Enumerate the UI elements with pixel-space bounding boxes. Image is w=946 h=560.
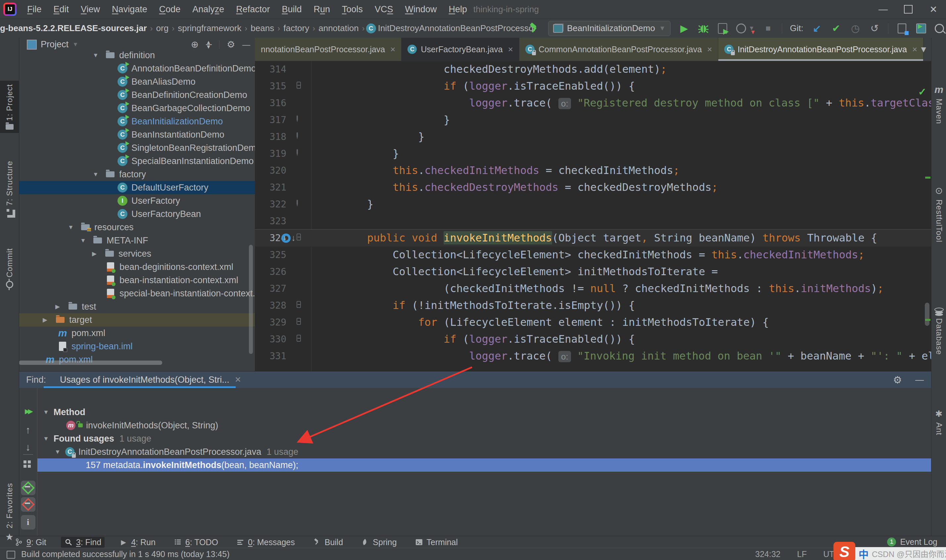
collapse-arrow-icon[interactable]: ▼ [43, 435, 49, 442]
line-number[interactable]: 326 [255, 263, 286, 280]
line-number[interactable]: 325 [255, 246, 286, 263]
build-hammer-icon[interactable] [528, 22, 540, 35]
find-usage-row[interactable]: 157 metadata.invokeInitMethods(bean, bea… [37, 458, 931, 472]
collapse-arrow-icon[interactable]: ▼ [55, 449, 60, 455]
toolwindow-button-find[interactable]: 3: Find [61, 537, 105, 548]
tree-item-special-bean-instantiation-context.xml[interactable]: special-bean-instantiation-context.xml [19, 287, 255, 300]
toolwindow-toggle-icon[interactable] [7, 551, 15, 558]
line-number[interactable]: 322 [255, 196, 286, 213]
code-line-314[interactable]: 314 checkedDestroyMethods.add(element); [255, 61, 931, 78]
line-number[interactable]: 321 [255, 179, 286, 196]
fold-start-icon[interactable]: − [297, 234, 301, 240]
tree-item-spring-bean.iml[interactable]: spring-bean.iml [19, 340, 255, 353]
close-button[interactable]: ✕ [921, 0, 946, 18]
fold-end-icon[interactable] [297, 133, 298, 139]
tool-stripe-maven[interactable]: mMaven [931, 84, 946, 124]
find-file-item[interactable]: ▼CInitDestroyAnnotationBeanPostProcessor… [37, 445, 931, 458]
tree-item-beanaliasdemo[interactable]: CBeanAliasDemo [19, 75, 255, 88]
find-method-item[interactable]: minvokeInitMethods(Object, String) [37, 419, 931, 432]
code-line-315[interactable]: 315− if (logger.isTraceEnabled()) { [255, 78, 931, 95]
collapse-arrow-icon[interactable]: ▼ [80, 237, 86, 244]
code-line-317[interactable]: 317 } [255, 111, 931, 128]
menu-file[interactable]: File [22, 3, 47, 16]
minimize-button[interactable]: — [871, 0, 896, 18]
fold-start-icon[interactable]: − [297, 335, 301, 342]
previous-occurrence-icon[interactable]: ↑ [19, 425, 37, 435]
fold-end-icon[interactable] [297, 116, 298, 122]
code-line-316[interactable]: 316 logger.trace( o: "Registered destroy… [255, 95, 931, 111]
line-number[interactable]: 318 [255, 128, 286, 145]
menu-build[interactable]: Build [276, 3, 307, 16]
line-number[interactable]: 323 [255, 213, 286, 229]
recent-files-icon[interactable] [896, 22, 907, 35]
line-number[interactable]: 327 [255, 280, 286, 297]
run-configuration-select[interactable]: BeanInitializationDemo ▼ [548, 21, 670, 36]
line-number[interactable]: 329 [255, 314, 286, 331]
tree-item-singletonbeanregistrationdemo[interactable]: CSingletonBeanRegistrationDemo [19, 141, 255, 154]
close-icon[interactable]: × [707, 44, 712, 55]
menu-window[interactable]: Window [400, 3, 442, 16]
info-icon[interactable]: i [19, 515, 37, 529]
find-group-method[interactable]: ▼Method [37, 406, 931, 419]
close-icon[interactable]: × [390, 44, 395, 55]
toolwindow-button-spring[interactable]: Spring [357, 537, 400, 548]
line-number[interactable]: 331 [255, 348, 286, 365]
stop-button[interactable]: ■ [763, 22, 774, 35]
line-number[interactable]: 320 [255, 162, 286, 179]
code-line-326[interactable]: 326 Collection<LifecycleElement> initMet… [255, 263, 931, 280]
hidden-tabs-chevron-icon[interactable]: ▼ [919, 38, 928, 61]
fold-start-icon[interactable]: − [297, 302, 301, 308]
breadcrumb-item[interactable]: g-beans-5.2.2.RELEASE-sources.jar [0, 23, 147, 34]
breadcrumb-item[interactable]: beans [251, 23, 274, 34]
tree-item-userfactory[interactable]: IUserFactory [19, 194, 255, 208]
close-icon[interactable]: × [508, 44, 513, 55]
menu-edit[interactable]: Edit [48, 3, 74, 16]
tree-item-beandefinitioncreationdemo[interactable]: CBeanDefinitionCreationDemo [19, 88, 255, 102]
expand-arrow-icon[interactable]: ▶ [92, 250, 97, 257]
collapse-arrow-icon[interactable]: ▼ [93, 52, 99, 59]
toolwindow-button-build[interactable]: Build [310, 537, 347, 548]
menu-code[interactable]: Code [154, 3, 186, 16]
run-with-coverage-icon[interactable]: ▶ [717, 22, 728, 35]
code-line-318[interactable]: 318 } [255, 128, 931, 145]
toolwindow-button-run[interactable]: ▶4: Run [116, 537, 159, 548]
tree-item-annotationbeandefinitiondemo[interactable]: CAnnotationBeanDefinitionDemo [19, 62, 255, 75]
tool-stripe--structure[interactable]: 7: Structure [0, 161, 19, 215]
code-line-329[interactable]: 329− for (LifecycleElement element : ini… [255, 314, 931, 331]
tree-item-specialbeaninstantiationdemo[interactable]: CSpecialBeanInstantiationDemo [19, 154, 255, 168]
tree-item-bean-deginitions-context.xml[interactable]: bean-deginitions-context.xml [19, 260, 255, 274]
editor-vertical-scrollbar[interactable] [925, 303, 929, 326]
tool-stripe--favorites[interactable]: 2: Favorites★ [0, 483, 19, 543]
tree-item-beangarbagecollectiondemo[interactable]: CBeanGarbageCollectionDemo [19, 102, 255, 115]
code-line-327[interactable]: 327 (checkedInitMethods != null ? checke… [255, 280, 931, 297]
collapse-arrow-icon[interactable]: ▼ [43, 409, 49, 416]
line-ending[interactable]: LF [797, 549, 807, 559]
menu-run[interactable]: Run [308, 3, 335, 16]
history-clock-icon[interactable]: ◷ [850, 22, 861, 35]
code-line-321[interactable]: 321 this.checkedDestroyMethods = checked… [255, 179, 931, 196]
tree-item-services[interactable]: ▶services [19, 247, 255, 260]
toolwindow-button-todo[interactable]: 6: TODO [170, 537, 222, 548]
group-by-icon[interactable] [19, 463, 37, 466]
menu-refactor[interactable]: Refactor [231, 3, 275, 16]
menu-help[interactable]: Help [444, 3, 473, 16]
collapse-arrow-icon[interactable]: ▼ [68, 224, 74, 231]
collapse-arrow-icon[interactable]: ▼ [93, 171, 99, 178]
fold-end-icon[interactable] [297, 150, 298, 156]
toolwindow-button-terminal[interactable]: Terminal [411, 537, 461, 548]
tool-stripe-ant[interactable]: ✱Ant [931, 409, 946, 435]
line-number[interactable]: 328 [255, 297, 286, 314]
close-icon[interactable]: × [912, 44, 917, 55]
find-results-tab[interactable]: Usages of invokeInitMethods(Object, Stri… [60, 371, 241, 388]
line-number[interactable]: 316 [255, 95, 286, 111]
tree-item-resources[interactable]: ▼resources [19, 221, 255, 234]
project-panel-title[interactable]: Project [41, 39, 69, 49]
project-tree-vertical-scrollbar[interactable] [249, 245, 253, 354]
breadcrumb-item[interactable]: factory [283, 23, 309, 34]
inspection-status-icon[interactable]: ✓ [918, 86, 926, 98]
close-icon[interactable]: ✕ [235, 375, 241, 385]
chevron-down-icon[interactable]: ▼ [72, 41, 79, 48]
caret-position[interactable]: 324:32 [755, 549, 781, 559]
run-button[interactable]: ▶ [679, 22, 690, 35]
code-line-323[interactable]: 323 [255, 213, 931, 229]
